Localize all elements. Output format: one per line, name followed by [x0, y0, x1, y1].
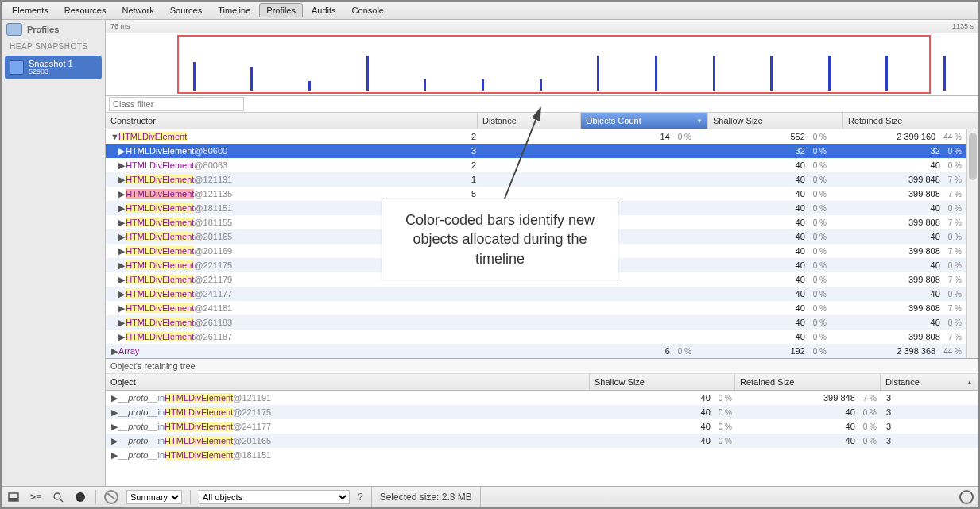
- snapshot-size: 52983: [29, 68, 73, 76]
- col-constructor[interactable]: Constructor: [106, 113, 478, 129]
- view-select-objects[interactable]: All objects: [199, 490, 350, 504]
- tab-sources[interactable]: Sources: [163, 3, 209, 17]
- scrollbar-thumb[interactable]: [969, 133, 977, 180]
- disclosure-triangle-icon[interactable]: ▶: [118, 246, 126, 256]
- timeline-end-label: 1135 s: [952, 22, 974, 30]
- view-select-summary[interactable]: Summary: [126, 490, 182, 504]
- profiles-icon: [6, 23, 22, 36]
- allocation-bar: [770, 56, 773, 91]
- status-bar: >≡ Summary All objects ? Selected size: …: [2, 486, 978, 507]
- tab-audits[interactable]: Audits: [304, 3, 343, 17]
- sort-asc-icon: ▲: [966, 379, 973, 386]
- disclosure-triangle-icon[interactable]: ▶: [118, 318, 126, 328]
- console-toggle-icon[interactable]: >≡: [29, 490, 43, 504]
- tab-profiles[interactable]: Profiles: [259, 3, 303, 17]
- heap-row[interactable]: ▶ HTMLDivElement @241181400 %399 8087 %: [106, 301, 967, 315]
- disclosure-triangle-icon[interactable]: ▶: [118, 189, 126, 199]
- disclosure-triangle-icon[interactable]: ▶: [110, 393, 118, 403]
- disclosure-triangle-icon[interactable]: ▶: [118, 232, 126, 242]
- tab-timeline[interactable]: Timeline: [211, 3, 258, 17]
- allocation-bar: [308, 81, 311, 91]
- disclosure-triangle-icon[interactable]: ▶: [118, 332, 126, 342]
- dock-icon[interactable]: [6, 490, 21, 504]
- disclosure-triangle-icon[interactable]: ▶: [118, 289, 126, 299]
- col-retained-size[interactable]: Retained Size: [843, 113, 978, 129]
- disclosure-triangle-icon[interactable]: ▶: [110, 450, 118, 461]
- retain-row[interactable]: ▶ __proto__ in HTMLDivElement @221175400…: [106, 405, 978, 419]
- allocation-bar: [482, 79, 484, 91]
- disclosure-triangle-icon[interactable]: ▶: [110, 422, 118, 432]
- allocation-timeline[interactable]: 76 ms 1135 s: [106, 20, 978, 96]
- retain-col-retained[interactable]: Retained Size: [735, 374, 881, 390]
- annotation-callout: Color-coded bars identify new objects al…: [382, 199, 618, 280]
- help-icon[interactable]: ?: [358, 492, 363, 503]
- disclosure-triangle-icon[interactable]: ▶: [118, 160, 126, 171]
- retaining-tree-title: Object's retaining tree: [106, 359, 978, 374]
- heap-row[interactable]: ▶ HTMLDivElement @241177400 %400 %: [106, 287, 967, 301]
- snapshot-item[interactable]: Snapshot 1 52983: [5, 56, 102, 79]
- search-icon[interactable]: [51, 490, 65, 504]
- col-shallow-size[interactable]: Shallow Size: [708, 113, 843, 129]
- allocation-bar: [250, 67, 253, 91]
- disclosure-triangle-icon[interactable]: ▶: [118, 275, 126, 285]
- svg-line-4: [60, 499, 63, 502]
- disclosure-triangle-icon[interactable]: ▶: [110, 436, 118, 446]
- allocation-bar: [597, 56, 599, 91]
- settings-gear-icon[interactable]: [959, 490, 974, 504]
- heap-row[interactable]: ▶ Array60 %1920 %2 398 36844 %: [106, 344, 967, 358]
- record-icon[interactable]: [73, 490, 87, 504]
- disclosure-triangle-icon[interactable]: ▶: [118, 203, 126, 214]
- tab-elements[interactable]: Elements: [5, 3, 56, 17]
- devtools-tab-bar: Elements Resources Network Sources Timel…: [2, 2, 978, 20]
- disclosure-triangle-icon[interactable]: ▶: [118, 218, 126, 228]
- annotation-arrow: [461, 103, 556, 206]
- svg-line-0: [505, 108, 540, 199]
- retain-row[interactable]: ▶ __proto__ in HTMLDivElement @121191400…: [106, 391, 978, 405]
- disclosure-triangle-icon[interactable]: ▶: [118, 260, 126, 271]
- timeline-start-label: 76 ms: [110, 22, 130, 30]
- disclosure-triangle-icon[interactable]: ▶: [118, 175, 126, 185]
- allocation-bar: [713, 56, 715, 91]
- allocation-bar: [540, 79, 542, 91]
- retain-col-object[interactable]: Object: [106, 374, 590, 390]
- disclosure-triangle-icon[interactable]: ▼: [110, 132, 118, 141]
- vertical-scrollbar[interactable]: [966, 129, 978, 358]
- allocation-bar: [655, 56, 657, 91]
- retain-row[interactable]: ▶ __proto__ in HTMLDivElement @181151: [106, 448, 978, 462]
- allocation-bar: [193, 62, 196, 91]
- svg-rect-2: [9, 498, 18, 501]
- tab-network[interactable]: Network: [114, 3, 161, 17]
- disclosure-triangle-icon[interactable]: ▶: [118, 146, 126, 156]
- timeline-selection-box[interactable]: [177, 35, 931, 94]
- allocation-bar: [828, 56, 831, 91]
- heap-row[interactable]: ▶ HTMLDivElement @261187400 %399 8087 %: [106, 330, 967, 344]
- disclosure-triangle-icon[interactable]: ▶: [110, 407, 118, 418]
- snapshot-icon: [10, 60, 24, 75]
- tab-resources[interactable]: Resources: [57, 3, 114, 17]
- col-objects-count[interactable]: Objects Count▼: [581, 113, 708, 129]
- retain-col-distance[interactable]: Distance▲: [881, 374, 978, 390]
- disclosure-triangle-icon[interactable]: ▶: [118, 303, 126, 314]
- allocation-bar: [885, 56, 888, 91]
- disclosure-triangle-icon[interactable]: ▶: [110, 346, 118, 357]
- retain-row[interactable]: ▶ __proto__ in HTMLDivElement @201165400…: [106, 434, 978, 448]
- allocation-bar: [366, 56, 369, 91]
- sidebar-title: Profiles: [27, 25, 59, 34]
- retaining-tree-panel: Object's retaining tree Object Shallow S…: [106, 358, 978, 486]
- heap-row[interactable]: ▶ HTMLDivElement @261183400 %400 %: [106, 315, 967, 330]
- allocation-bar: [943, 56, 946, 91]
- profiles-sidebar: Profiles HEAP SNAPSHOTS Snapshot 1 52983: [2, 20, 106, 486]
- tab-console[interactable]: Console: [345, 3, 391, 17]
- svg-point-3: [54, 493, 60, 499]
- sort-desc-icon: ▼: [696, 118, 703, 125]
- sidebar-section-heap: HEAP SNAPSHOTS: [2, 39, 105, 54]
- class-filter-input[interactable]: [109, 97, 244, 111]
- clear-icon[interactable]: [104, 490, 118, 504]
- selected-size-label: Selected size: 2.3 MB: [371, 487, 481, 507]
- retain-row[interactable]: ▶ __proto__ in HTMLDivElement @241177400…: [106, 419, 978, 434]
- allocation-bar: [424, 79, 426, 91]
- retain-col-shallow[interactable]: Shallow Size: [590, 374, 735, 390]
